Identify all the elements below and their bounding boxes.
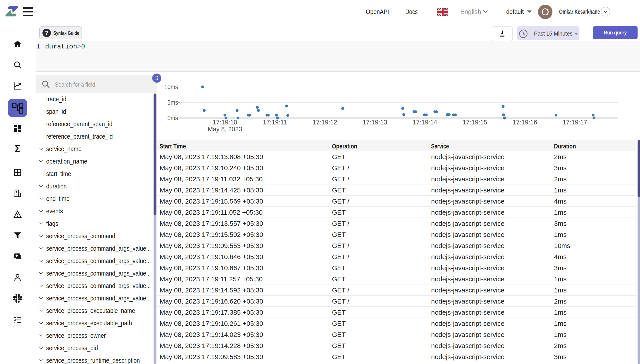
- svg-text:0ms: 0ms: [167, 114, 178, 122]
- svg-text:17:19:10: 17:19:10: [213, 118, 237, 126]
- svg-text:17:19:12: 17:19:12: [313, 118, 337, 126]
- svg-text:10ms: 10ms: [164, 83, 178, 91]
- svg-text:17:19:17: 17:19:17: [563, 118, 587, 126]
- svg-text:5ms: 5ms: [167, 99, 178, 106]
- svg-text:May 8, 2023: May 8, 2023: [208, 125, 242, 133]
- svg-text:17:19:16: 17:19:16: [513, 118, 537, 126]
- svg-text:17:19:13: 17:19:13: [363, 118, 387, 126]
- svg-text:17:19:11: 17:19:11: [263, 118, 287, 126]
- svg-text:17:19:15: 17:19:15: [463, 118, 487, 126]
- svg-text:17:19:14: 17:19:14: [413, 118, 437, 126]
